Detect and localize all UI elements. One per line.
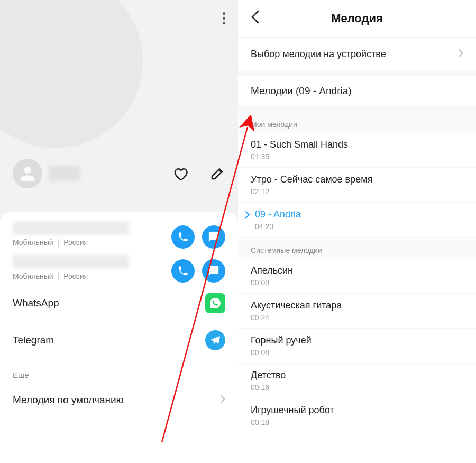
divider	[238, 106, 476, 112]
avatar-background	[0, 0, 143, 148]
telegram-row[interactable]: Telegram	[0, 322, 238, 359]
separator: |	[58, 272, 60, 280]
ringtone-duration: 02:12	[251, 187, 463, 196]
ringtone-name: Апельсин	[251, 265, 463, 276]
my-melodies-label: Мои мелодии	[238, 112, 476, 133]
separator: |	[58, 238, 60, 247]
chevron-right-icon	[220, 393, 225, 407]
telegram-icon	[205, 330, 225, 350]
phone-type-label: Мобильный	[13, 238, 53, 247]
ringtone-duration: 00:24	[251, 313, 463, 322]
phone-entry[interactable]: Мобильный | Россия	[0, 221, 171, 251]
ringtone-item[interactable]: Горный ручей00:08	[238, 329, 476, 364]
ringtone-item[interactable]: Апельсин00:09	[238, 259, 476, 294]
ringtone-name: Игрушечный робот	[251, 405, 463, 416]
message-button[interactable]	[202, 259, 225, 283]
device-melody-label: Выбор мелодии на устройстве	[251, 49, 386, 60]
app-label: Telegram	[13, 334, 54, 346]
ringtone-duration: 01:35	[251, 152, 463, 161]
favorite-icon[interactable]	[172, 166, 188, 181]
more-section-label: Еще	[0, 359, 238, 386]
ringtone-name: Детство	[251, 370, 463, 381]
divider	[238, 70, 476, 76]
ringtone-duration: 00:09	[251, 278, 463, 287]
ringtone-duration: 00:18	[251, 418, 463, 426]
whatsapp-row[interactable]: WhatsApp	[0, 285, 238, 322]
current-ringtone-label: Мелодии (09 - Andria)	[251, 85, 352, 97]
ringtone-name: 01 - Such Small Hands	[251, 139, 463, 150]
ringtone-name: 09 - Andria	[255, 209, 463, 220]
ringtone-name: Горный ручей	[251, 335, 463, 346]
current-ringtone-row[interactable]: Мелодии (09 - Andria)	[238, 76, 476, 106]
contact-details-screen: Мобильный | Россия Мобильный | Рос	[0, 0, 238, 463]
phone-country-label: Россия	[63, 238, 88, 247]
phone-number-redacted	[13, 221, 129, 235]
ringtone-item[interactable]: Акустическая гитара00:24	[238, 294, 476, 329]
ringtone-name: Акустическая гитара	[251, 300, 463, 311]
whatsapp-icon	[205, 293, 225, 313]
ringtone-item[interactable]: 09 - Andria04:20	[238, 203, 476, 238]
default-ringtone-label: Мелодия по умолчанию	[13, 394, 124, 406]
ringtone-item[interactable]: Детство00:16	[238, 364, 476, 398]
ringtone-duration: 00:08	[251, 348, 463, 357]
phone-country-label: Россия	[63, 272, 88, 280]
message-button[interactable]	[202, 225, 225, 249]
contact-name-redacted	[49, 166, 80, 181]
ringtone-item[interactable]: Утро - Сейчас самое время02:12	[238, 168, 476, 203]
ringtone-item[interactable]: 01 - Such Small Hands01:35	[238, 133, 476, 168]
default-ringtone-row[interactable]: Мелодия по умолчанию	[0, 386, 238, 414]
edit-icon[interactable]	[209, 166, 225, 181]
contact-card: Мобильный | Россия Мобильный | Рос	[0, 212, 238, 463]
ringtone-duration: 04:20	[255, 222, 463, 231]
system-melodies-label: Системные мелодии	[238, 238, 476, 259]
call-button[interactable]	[171, 259, 195, 283]
phone-type-label: Мобильный	[13, 272, 53, 280]
ringtone-picker-screen: Мелодия Выбор мелодии на устройстве Мело…	[238, 0, 476, 463]
call-button[interactable]	[171, 225, 195, 249]
page-title: Мелодия	[238, 12, 476, 25]
ringtone-duration: 00:16	[251, 383, 463, 392]
device-melody-row[interactable]: Выбор мелодии на устройстве	[238, 38, 476, 70]
app-label: WhatsApp	[13, 297, 59, 309]
ringtone-name: Утро - Сейчас самое время	[251, 174, 463, 185]
ringtone-item[interactable]: Игрушечный робот00:18	[238, 398, 476, 433]
phone-number-redacted	[13, 255, 129, 269]
avatar[interactable]	[13, 159, 42, 188]
back-icon[interactable]	[251, 10, 259, 28]
chevron-right-icon	[458, 47, 463, 61]
phone-entry[interactable]: Мобильный | Россия	[0, 255, 171, 285]
more-icon[interactable]	[223, 12, 225, 24]
